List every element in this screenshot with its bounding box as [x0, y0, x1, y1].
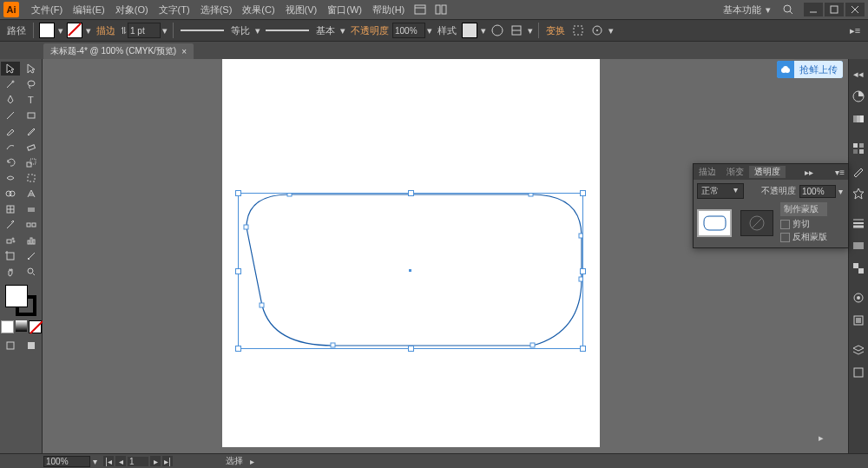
menu-object[interactable]: 对象(O): [110, 0, 154, 19]
graphic-styles-panel-icon[interactable]: [851, 313, 866, 328]
symbol-sprayer-tool[interactable]: [1, 234, 20, 247]
zoom-level-input[interactable]: 100%: [43, 456, 90, 467]
align-icon[interactable]: [509, 23, 524, 38]
chevron-down-icon[interactable]: ▾: [161, 26, 169, 35]
artboard[interactable]: [222, 59, 600, 447]
stroke-panel-icon[interactable]: [851, 215, 866, 231]
recolor-icon[interactable]: [490, 23, 505, 38]
make-mask-button[interactable]: 制作蒙版: [780, 202, 827, 216]
swatches-panel-icon[interactable]: [851, 141, 866, 156]
direct-selection-tool[interactable]: [22, 62, 41, 76]
workspace-switcher[interactable]: 基本功能 ▾: [718, 0, 778, 19]
paintbrush-tool[interactable]: [1, 124, 20, 138]
panel-menu-icon[interactable]: ▾≡: [832, 168, 848, 177]
appearance-panel-icon[interactable]: [851, 290, 866, 306]
arrange-icon[interactable]: [433, 3, 449, 16]
rotate-tool[interactable]: [1, 155, 20, 169]
symbols-panel-icon[interactable]: [851, 186, 866, 201]
brush-label[interactable]: 基本: [312, 24, 339, 37]
pen-tool[interactable]: [1, 93, 20, 107]
minimize-button[interactable]: [804, 3, 823, 16]
panel-opacity-input[interactable]: 100%: [799, 185, 836, 198]
chevron-down-icon[interactable]: ▾: [479, 26, 488, 35]
menu-window[interactable]: 窗口(W): [322, 0, 367, 19]
magic-wand-tool[interactable]: [1, 77, 20, 91]
variable-width-label[interactable]: 等比: [227, 24, 253, 37]
panel-menu-icon[interactable]: ▸≡: [847, 23, 863, 38]
first-artboard-button[interactable]: |◂: [103, 456, 114, 466]
opacity-input[interactable]: [392, 23, 425, 38]
menu-file[interactable]: 文件(F): [26, 0, 68, 19]
fill-color-box[interactable]: [5, 285, 28, 307]
close-button[interactable]: [845, 3, 865, 16]
stepper-icon[interactable]: ⥮: [119, 26, 128, 35]
screen-mode-toggle[interactable]: [22, 339, 41, 353]
chevron-down-icon[interactable]: ▾: [56, 26, 65, 35]
screen-mode-normal[interactable]: [1, 339, 20, 353]
close-tab-icon[interactable]: ×: [181, 47, 187, 56]
shape-builder-tool[interactable]: [1, 187, 20, 201]
stroke-weight-input[interactable]: [128, 23, 161, 38]
line-tool[interactable]: [1, 109, 20, 122]
chevron-down-icon[interactable]: ▾: [84, 26, 93, 35]
blend-mode-select[interactable]: 正常▾: [697, 183, 744, 199]
width-tool[interactable]: [1, 171, 20, 185]
panel-collapse-icon[interactable]: ▸▸: [801, 168, 817, 177]
zoom-tool[interactable]: [22, 265, 41, 279]
next-artboard-button[interactable]: ▸: [150, 456, 161, 466]
brushes-panel-icon[interactable]: [851, 163, 866, 179]
menu-effect[interactable]: 效果(C): [237, 0, 279, 19]
column-graph-tool[interactable]: [22, 234, 41, 247]
prev-artboard-button[interactable]: ◂: [115, 456, 126, 466]
color-guide-panel-icon[interactable]: [851, 111, 866, 127]
panel-tab-stroke[interactable]: 描边: [694, 166, 721, 178]
bbox-handle-tm[interactable]: [408, 190, 414, 196]
bbox-handle-ml[interactable]: [235, 268, 241, 274]
perspective-grid-tool[interactable]: [22, 187, 41, 201]
selected-path[interactable]: [238, 193, 583, 349]
bbox-handle-tr[interactable]: [580, 190, 586, 196]
hand-tool[interactable]: [1, 265, 20, 279]
style-swatch[interactable]: [462, 23, 477, 38]
canvas-area[interactable]: 抢鲜上传: [43, 59, 848, 459]
menu-select[interactable]: 选择(S): [195, 0, 238, 19]
transform-label[interactable]: 变换: [542, 24, 569, 37]
menu-edit[interactable]: 编辑(E): [68, 0, 110, 19]
type-tool[interactable]: T: [22, 93, 41, 107]
mask-thumbnail[interactable]: [740, 210, 773, 236]
fill-stroke-control[interactable]: [5, 285, 36, 316]
scale-tool[interactable]: [22, 155, 41, 169]
eraser-tool[interactable]: [22, 140, 41, 154]
search-icon[interactable]: [780, 3, 796, 16]
artboard-number-input[interactable]: 1: [128, 457, 148, 466]
chevron-down-icon[interactable]: ▾: [526, 26, 535, 35]
blob-brush-tool[interactable]: [1, 140, 20, 154]
artboards-panel-icon[interactable]: [851, 365, 866, 380]
bbox-handle-br[interactable]: [580, 346, 586, 352]
gradient-tool[interactable]: [22, 202, 41, 216]
pencil-tool[interactable]: [22, 124, 41, 138]
maximize-button[interactable]: [825, 3, 844, 16]
color-mode-none[interactable]: [29, 320, 42, 333]
selection-tool[interactable]: [1, 62, 20, 76]
transform-icon[interactable]: [570, 23, 586, 38]
transparency-panel-icon[interactable]: [851, 260, 866, 276]
color-panel-icon[interactable]: [851, 89, 866, 104]
chevron-down-icon[interactable]: ▾: [836, 187, 845, 195]
bbox-handle-mr[interactable]: [580, 268, 586, 274]
last-artboard-button[interactable]: ▸|: [162, 456, 173, 466]
mesh-tool[interactable]: [1, 202, 20, 216]
chevron-down-icon[interactable]: ▾: [339, 26, 347, 35]
chevron-down-icon[interactable]: ▾: [253, 26, 262, 35]
stroke-label[interactable]: 描边: [93, 24, 119, 37]
chevron-down-icon[interactable]: ▾: [425, 26, 434, 35]
chevron-down-icon[interactable]: ▾: [90, 457, 99, 465]
document-tab[interactable]: 未标题-4* @ 100% (CMYK/预览) ×: [43, 43, 194, 59]
blend-tool[interactable]: [22, 218, 41, 232]
rectangle-tool[interactable]: [22, 109, 41, 122]
isolate-icon[interactable]: [589, 23, 605, 38]
scroll-arrow-icon[interactable]: ▸: [819, 432, 824, 444]
menu-help[interactable]: 帮助(H): [367, 0, 410, 19]
bbox-handle-bl[interactable]: [235, 346, 241, 352]
bbox-handle-bm[interactable]: [408, 346, 414, 352]
